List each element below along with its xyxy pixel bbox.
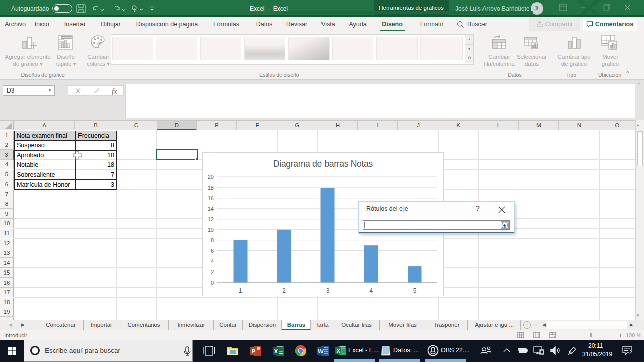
svg-text:2: 2 <box>211 269 214 275</box>
svg-text:8: 8 <box>211 237 214 243</box>
svg-text:Diagrama de barras Notas: Diagrama de barras Notas <box>273 159 373 169</box>
svg-text:fx: fx <box>112 87 117 95</box>
svg-text:X: X <box>337 348 340 354</box>
svg-text:X: X <box>274 348 278 354</box>
svg-text:3: 3 <box>326 287 330 294</box>
svg-text:18: 18 <box>208 185 214 191</box>
svg-text:5: 5 <box>413 287 417 294</box>
svg-text:P: P <box>252 348 255 354</box>
svg-text:0: 0 <box>211 280 214 286</box>
svg-text:W: W <box>318 348 324 354</box>
svg-text:12: 12 <box>208 216 214 222</box>
svg-text:2: 2 <box>282 287 286 294</box>
svg-text:14: 14 <box>208 206 214 212</box>
svg-text:1: 1 <box>239 287 243 294</box>
svg-text:16: 16 <box>208 195 214 201</box>
svg-text:4: 4 <box>369 287 373 294</box>
svg-text:4: 4 <box>211 258 214 264</box>
svg-text:20: 20 <box>208 174 214 180</box>
svg-text:10: 10 <box>208 227 214 233</box>
svg-text:6: 6 <box>211 248 214 254</box>
